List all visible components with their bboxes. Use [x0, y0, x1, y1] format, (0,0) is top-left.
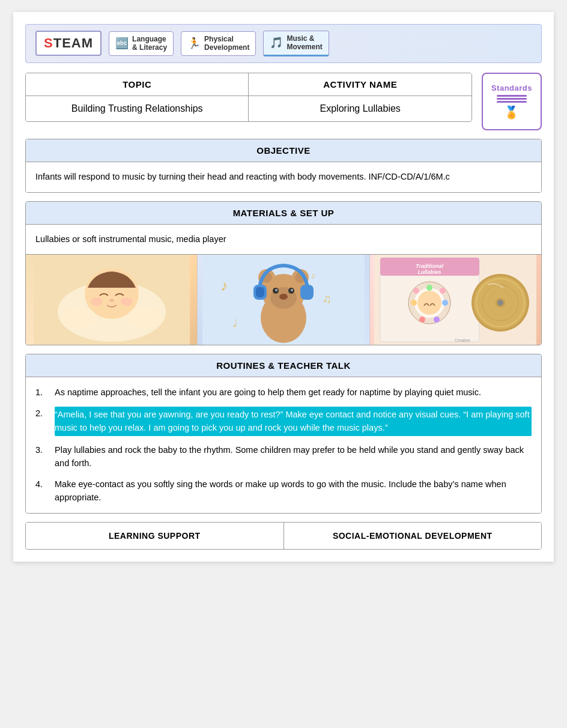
- list-num-1: 1.: [35, 386, 49, 399]
- abc-icon: 🔤: [115, 37, 129, 50]
- list-item-4: 4. Make eye-contact as you softly sing t…: [35, 478, 532, 505]
- topic-header: TOPIC: [26, 73, 249, 96]
- materials-header: MATERIALS & SET UP: [26, 202, 541, 225]
- badge-language-literacy[interactable]: 🔤 Language & Literacy: [109, 31, 174, 56]
- svg-text:Traditional: Traditional: [416, 263, 443, 269]
- svg-point-4: [91, 297, 103, 306]
- activity-header: ACTIVITY NAME: [249, 73, 471, 96]
- standards-badge[interactable]: Standards 🏅: [482, 73, 542, 130]
- music-movement-label: Music & Movement: [287, 34, 322, 52]
- materials-body: Lullabies or soft instrumental music, me…: [26, 225, 541, 255]
- standards-lines: [497, 95, 527, 103]
- svg-point-33: [417, 291, 441, 315]
- badge-music-movement[interactable]: 🎵 Music & Movement: [263, 31, 329, 56]
- svg-text:♪: ♪: [220, 278, 228, 294]
- std-line-1: [497, 95, 527, 97]
- medal-icon: 🏅: [504, 105, 519, 120]
- objective-section: OBJECTIVE Infants will respond to music …: [25, 139, 542, 193]
- svg-rect-26: [300, 285, 314, 300]
- svg-point-23: [291, 289, 293, 291]
- list-num-4: 4.: [35, 478, 49, 491]
- svg-rect-27: [256, 287, 264, 297]
- svg-point-6: [61, 307, 97, 329]
- svg-point-50: [497, 300, 503, 306]
- routines-header: ROUTINES & TEACHER TALK: [26, 354, 541, 377]
- list-text-2: “Amelia, I see that you are yawning, are…: [55, 407, 532, 436]
- bottom-table: LEARNING SUPPORT SOCIAL-EMOTIONAL DEVELO…: [25, 522, 542, 550]
- svg-point-35: [426, 285, 432, 291]
- list-text-1: As naptime approaches, tell the infant y…: [55, 386, 481, 399]
- svg-point-37: [442, 300, 448, 306]
- svg-point-38: [411, 300, 417, 306]
- bottom-row: LEARNING SUPPORT SOCIAL-EMOTIONAL DEVELO…: [26, 523, 541, 549]
- page: STEAM 🔤 Language & Literacy 🏃 Physical D…: [13, 12, 554, 562]
- svg-point-24: [279, 294, 288, 300]
- header-bar: STEAM 🔤 Language & Literacy 🏃 Physical D…: [25, 24, 542, 63]
- objective-body: Infants will respond to music by turning…: [26, 162, 541, 192]
- svg-point-40: [434, 317, 440, 323]
- physical-icon: 🏃: [187, 37, 201, 50]
- list-item-2: 2. “Amelia, I see that you are yawning, …: [35, 407, 532, 436]
- std-line-2: [497, 98, 527, 100]
- list-num-2: 2.: [35, 407, 49, 420]
- list-num-3: 3.: [35, 443, 49, 457]
- svg-text:♪: ♪: [311, 270, 315, 281]
- image-lullabies-cd: Traditional Lullabies Creative: [370, 255, 541, 345]
- topic-value: Building Trusting Relationships: [26, 96, 249, 121]
- bear-svg: ♪ ♫ ♩ ♪: [202, 255, 365, 345]
- list-item-1: 1. As naptime approaches, tell the infan…: [35, 386, 532, 399]
- svg-text:Creative: Creative: [455, 338, 470, 342]
- badge-physical-development[interactable]: 🏃 Physical Development: [181, 31, 256, 56]
- svg-text:Lullabies: Lullabies: [418, 269, 441, 275]
- image-teddy-bear: ♪ ♫ ♩ ♪: [198, 255, 369, 345]
- routines-list: 1. As naptime approaches, tell the infan…: [26, 377, 541, 512]
- list-text-3: Play lullabies and rock the baby to the …: [55, 443, 532, 470]
- svg-point-22: [275, 289, 277, 291]
- info-table-values: Building Trusting Relationships Explorin…: [26, 96, 471, 121]
- svg-point-36: [440, 288, 446, 294]
- svg-point-34: [413, 288, 419, 294]
- steam-logo: STEAM: [35, 31, 102, 56]
- list-text-4: Make eye-contact as you softly sing the …: [55, 478, 532, 505]
- social-emotional-label: SOCIAL-EMOTIONAL DEVELOPMENT: [284, 523, 542, 549]
- learning-support-label: LEARNING SUPPORT: [26, 523, 284, 549]
- std-line-3: [497, 101, 527, 103]
- svg-point-7: [127, 307, 163, 329]
- lullabies-svg: Traditional Lullabies Creative: [374, 255, 536, 345]
- svg-text:♫: ♫: [323, 292, 332, 305]
- materials-section: MATERIALS & SET UP Lullabies or soft ins…: [25, 201, 542, 346]
- physical-development-label: Physical Development: [204, 35, 249, 52]
- info-table: TOPIC ACTIVITY NAME Building Trusting Re…: [25, 73, 472, 122]
- svg-text:♩: ♩: [232, 317, 237, 329]
- routines-section: ROUTINES & TEACHER TALK 1. As naptime ap…: [25, 354, 542, 513]
- activity-value: Exploring Lullabies: [249, 96, 471, 121]
- objective-header: OBJECTIVE: [26, 139, 541, 162]
- image-sleeping-baby: [26, 255, 198, 345]
- images-row: ♪ ♫ ♩ ♪: [26, 254, 541, 345]
- baby-svg: [34, 255, 190, 345]
- music-icon: 🎵: [270, 36, 283, 49]
- svg-point-3: [109, 299, 114, 302]
- list-item-3: 3. Play lullabies and rock the baby to t…: [35, 443, 532, 470]
- svg-point-5: [121, 297, 133, 306]
- svg-point-39: [419, 317, 425, 323]
- info-table-headers: TOPIC ACTIVITY NAME: [26, 73, 471, 96]
- language-literacy-label: Language & Literacy: [132, 35, 167, 52]
- standards-label: Standards: [491, 83, 532, 93]
